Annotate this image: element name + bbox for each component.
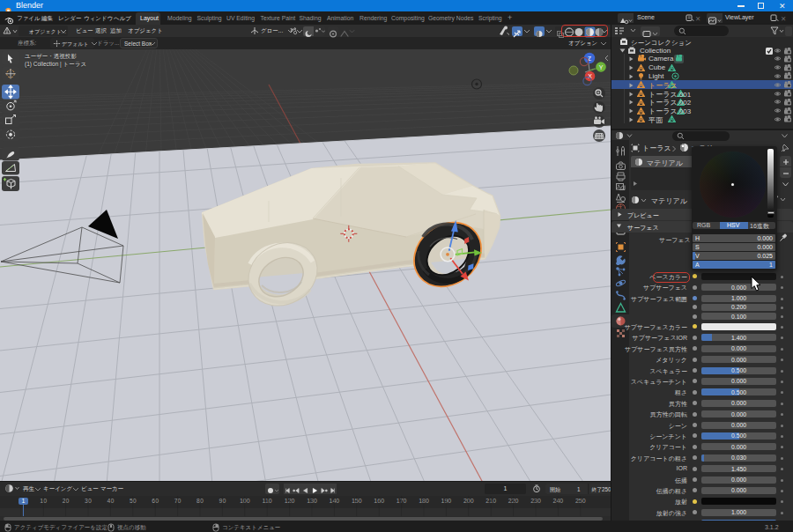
svg-text:Y: Y (599, 64, 604, 70)
